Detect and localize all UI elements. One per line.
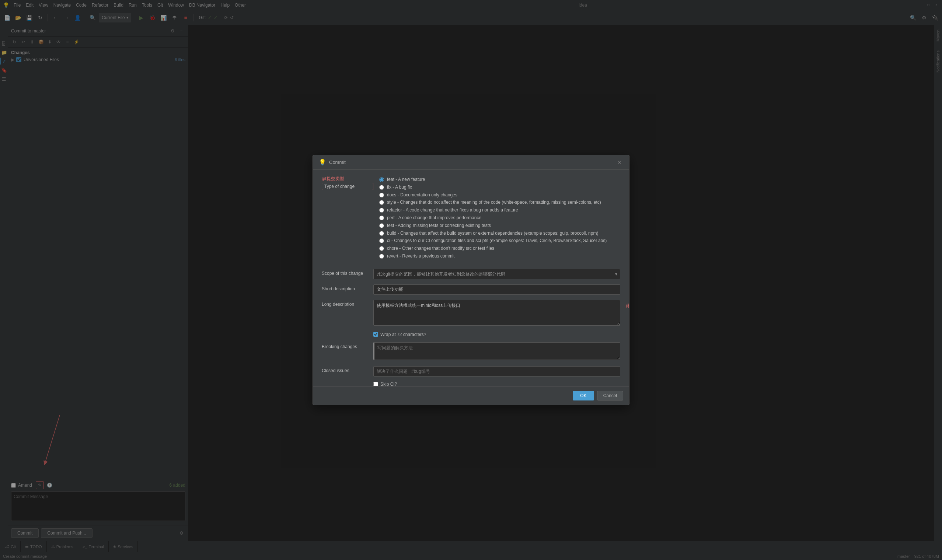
scope-row: Scope of this change 此次git提交的范围，能够让其他开发者… (322, 269, 620, 279)
radio-perf-label: perf - A code change that improves perfo… (387, 215, 481, 221)
wrap-label: Wrap at 72 characters? (380, 332, 426, 337)
closed-issues-label: Closed issues (322, 366, 373, 373)
breaking-changes-row: Breaking changes (322, 342, 620, 361)
radio-build: build - Changes that affect the build sy… (379, 229, 620, 237)
modal-body: git提交类型 Type of change feat - A new feat… (313, 170, 629, 386)
wrap-row: Wrap at 72 characters? (373, 332, 620, 337)
radio-chore: chore - Other changes that don't modify … (379, 245, 620, 252)
radio-perf-input[interactable] (379, 215, 384, 220)
cancel-button[interactable]: Cancel (597, 391, 623, 400)
long-desc-annotation: 此次git提交的具体内容（详细的描述） (626, 303, 629, 309)
radio-ci-input[interactable] (379, 238, 384, 243)
app-window: 💡 File Edit View Navigate Code Refactor … (0, 0, 942, 560)
radio-chore-label: chore - Other changes that don't modify … (387, 245, 494, 252)
radio-refactor-label: refactor - A code change that neither fi… (387, 207, 518, 213)
radio-refactor: refactor - A code change that neither fi… (379, 206, 620, 214)
radio-test: test - Adding missing tests or correctin… (379, 222, 620, 229)
radio-style-input[interactable] (379, 200, 384, 205)
radio-chore-input[interactable] (379, 246, 384, 251)
radio-test-input[interactable] (379, 223, 384, 228)
short-desc-label: Short description (322, 285, 373, 291)
type-section-inner: git提交类型 Type of change feat - A new feat… (322, 176, 620, 266)
radio-revert: revert - Reverts a previous commit (379, 252, 620, 260)
type-of-change-label: Type of change (322, 183, 373, 190)
short-desc-row: Short description 此次git提交的主题 (322, 285, 620, 295)
skip-ci-row: Skip CI? (373, 382, 620, 386)
radio-fix-label: fix - A bug fix (387, 184, 412, 191)
git-type-annotation: git提交类型 (322, 176, 373, 182)
modal-close-button[interactable]: × (616, 159, 623, 166)
skip-ci-label: Skip CI? (380, 382, 397, 386)
radio-fix: fix - A bug fix (379, 183, 620, 191)
radio-revert-input[interactable] (379, 254, 384, 258)
breaking-changes-input[interactable] (373, 342, 620, 360)
long-desc-label: Long description (322, 300, 373, 307)
radio-fix-input[interactable] (379, 185, 384, 190)
wrap-checkbox[interactable] (373, 332, 378, 337)
type-section-labels: git提交类型 Type of change (322, 176, 373, 190)
breaking-changes-field (373, 342, 620, 361)
radio-ci-label: ci - Changes to our CI configuration fil… (387, 238, 606, 244)
radio-ci: ci - Changes to our CI configuration fil… (379, 237, 620, 245)
radio-feat-input[interactable] (379, 177, 384, 182)
radio-revert-label: revert - Reverts a previous commit (387, 253, 454, 259)
radio-style-label: style - Changes that do not affect the m… (387, 199, 601, 206)
modal-title: Commit (329, 160, 346, 165)
radio-build-input[interactable] (379, 231, 384, 236)
modal-footer: OK Cancel (313, 386, 629, 405)
ok-button[interactable]: OK (573, 391, 594, 400)
radio-docs: docs - Documentation only changes (379, 191, 620, 199)
type-section: git提交类型 Type of change feat - A new feat… (322, 176, 620, 266)
scope-select[interactable]: 此次git提交的范围，能够让其他开发者知到您修改的是哪部分代码 (373, 269, 620, 279)
breaking-changes-label: Breaking changes (322, 342, 373, 349)
radio-docs-label: docs - Documentation only changes (387, 192, 457, 198)
radio-feat: feat - A new feature (379, 176, 620, 183)
commit-type-radio-group: feat - A new feature fix - A bug fix doc… (379, 176, 620, 260)
radio-style: style - Changes that do not affect the m… (379, 198, 620, 206)
modal-app-icon: 💡 (319, 159, 326, 166)
skip-ci-checkbox[interactable] (373, 382, 378, 386)
radio-refactor-input[interactable] (379, 208, 384, 212)
closed-issues-input[interactable] (373, 366, 620, 377)
scope-field: 此次git提交的范围，能够让其他开发者知到您修改的是哪部分代码 ▾ (373, 269, 620, 279)
radio-perf: perf - A code change that improves perfo… (379, 214, 620, 222)
short-desc-input[interactable] (373, 285, 620, 295)
modal-title-row: 💡 Commit (319, 159, 346, 166)
long-desc-row: Long description 使用模板方法模式统一minio和oss上传接口… (322, 300, 620, 327)
radio-build-label: build - Changes that affect the build sy… (387, 230, 598, 237)
radio-docs-input[interactable] (379, 193, 384, 197)
short-desc-field: 此次git提交的主题 (373, 285, 620, 295)
ok-arrow-svg (613, 378, 629, 386)
long-desc-input[interactable]: 使用模板方法模式统一minio和oss上传接口 (373, 300, 620, 326)
radio-test-label: test - Adding missing tests or correctin… (387, 223, 491, 229)
commit-dialog: 💡 Commit × git提交类型 Type of change (312, 155, 630, 405)
long-desc-field: 使用模板方法模式统一minio和oss上传接口 此次git提交的具体内容（详细的… (373, 300, 620, 327)
modal-header: 💡 Commit × (313, 155, 629, 170)
scope-label: Scope of this change (322, 269, 373, 276)
modal-overlay[interactable]: 💡 Commit × git提交类型 Type of change (0, 0, 942, 560)
closed-issues-row: Closed issues (322, 366, 620, 377)
radio-feat-label: feat - A new feature (387, 177, 425, 183)
closed-issues-field (373, 366, 620, 377)
